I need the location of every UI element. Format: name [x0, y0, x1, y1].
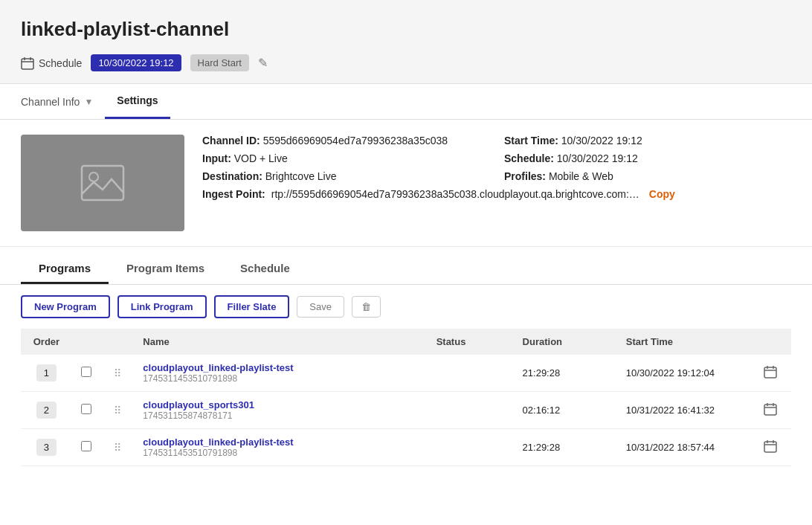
- schedule-date-badge[interactable]: 10/30/2022 19:12: [91, 54, 181, 71]
- save-button[interactable]: Save: [297, 296, 344, 318]
- trash-icon: 🗑: [361, 301, 371, 312]
- col-name: Name: [134, 329, 427, 355]
- duration-cell-1: 02:16:12: [514, 392, 617, 429]
- profiles-label: Profiles:: [504, 170, 546, 182]
- order-cell-2: 3: [21, 429, 72, 466]
- start-time-cell-2: 10/31/2022 18:57:44: [617, 429, 755, 466]
- table-header-row: Order Name Status Duration Start Time: [21, 329, 791, 355]
- calendar-action-icon-1[interactable]: [764, 405, 777, 418]
- drag-handle-cell-2[interactable]: ⠿: [105, 429, 134, 466]
- detail-input: Input: VOD + Live: [202, 152, 489, 164]
- tab-program-items[interactable]: Program Items: [109, 254, 222, 284]
- svg-rect-10: [764, 405, 776, 415]
- drag-handle-cell-0[interactable]: ⠿: [105, 355, 134, 392]
- channel-info-section: Channel ID: 5595d66969054ed7a79936238a35…: [0, 120, 812, 247]
- delete-button[interactable]: 🗑: [352, 296, 381, 318]
- svg-rect-0: [22, 59, 33, 69]
- drag-handle-0[interactable]: ⠿: [114, 367, 121, 379]
- channel-id-label: Channel ID:: [202, 135, 260, 146]
- program-id-2: 1745311453510791898: [143, 448, 418, 458]
- col-status: Status: [428, 329, 514, 355]
- action-cell-0[interactable]: [755, 355, 791, 392]
- svg-point-5: [89, 173, 98, 181]
- name-cell-1: cloudplayout_sports301 17453115587487817…: [134, 392, 427, 429]
- program-name-0[interactable]: cloudplayout_linked-playlist-test: [143, 362, 418, 373]
- new-program-button[interactable]: New Program: [21, 295, 110, 318]
- filler-slate-button[interactable]: Filler Slate: [214, 295, 290, 318]
- ingest-point-value: rtp://5595d66969054ed7a79936238a35c038.c…: [271, 188, 643, 200]
- col-duration: Duration: [514, 329, 617, 355]
- status-cell-1: [428, 392, 514, 429]
- order-badge-2: 3: [36, 439, 57, 456]
- input-label: Input:: [202, 152, 231, 164]
- chevron-down-icon: ▼: [84, 97, 93, 107]
- detail-schedule: Schedule: 10/30/2022 19:12: [504, 152, 791, 164]
- col-drag: [105, 329, 134, 355]
- profiles-value: Mobile & Web: [549, 170, 613, 182]
- tab-settings[interactable]: Settings: [105, 84, 170, 119]
- tab-channel-info[interactable]: Channel Info ▼: [21, 86, 105, 118]
- checkbox-cell-2[interactable]: [72, 429, 105, 466]
- table-body: 1 ⠿ cloudplayout_linked-playlist-test 17…: [21, 355, 791, 466]
- col-checkbox: [72, 329, 105, 355]
- channel-thumbnail: [21, 135, 184, 231]
- start-time-cell-1: 10/31/2022 16:41:32: [617, 392, 755, 429]
- row-checkbox-2[interactable]: [81, 441, 91, 451]
- svg-rect-4: [82, 166, 123, 200]
- tab-programs[interactable]: Programs: [21, 254, 109, 284]
- duration-cell-0: 21:29:28: [514, 355, 617, 392]
- top-tabs: Channel Info ▼ Settings: [0, 84, 812, 120]
- input-value: VOD + Live: [234, 152, 288, 164]
- destination-value: Brightcove Live: [265, 170, 337, 182]
- calendar-action-icon-0[interactable]: [764, 368, 777, 381]
- tab-schedule[interactable]: Schedule: [222, 254, 308, 284]
- program-name-2[interactable]: cloudplayout_linked-playlist-test: [143, 437, 418, 448]
- edit-icon[interactable]: ✎: [258, 56, 268, 70]
- destination-label: Destination:: [202, 170, 262, 182]
- order-badge-1: 2: [36, 402, 57, 419]
- checkbox-cell-1[interactable]: [72, 392, 105, 429]
- detail-profiles: Profiles: Mobile & Web: [504, 170, 791, 182]
- status-cell-2: [428, 429, 514, 466]
- drag-handle-2[interactable]: ⠿: [114, 442, 121, 454]
- schedule-info-value: 10/30/2022 19:12: [557, 152, 638, 164]
- ingest-point-label: Ingest Point:: [202, 188, 265, 200]
- col-start-time: Start Time: [617, 329, 755, 355]
- header: linked-playlist-channel Schedule 10/30/2…: [0, 0, 812, 84]
- start-time-label: Start Time:: [504, 135, 558, 146]
- checkbox-cell-0[interactable]: [72, 355, 105, 392]
- drag-handle-cell-1[interactable]: ⠿: [105, 392, 134, 429]
- hard-start-badge[interactable]: Hard Start: [190, 54, 249, 71]
- detail-start-time: Start Time: 10/30/2022 19:12: [504, 135, 791, 146]
- row-checkbox-0[interactable]: [81, 367, 91, 377]
- schedule-info-label: Schedule:: [504, 152, 554, 164]
- table-row: 1 ⠿ cloudplayout_linked-playlist-test 17…: [21, 355, 791, 392]
- name-cell-2: cloudplayout_linked-playlist-test 174531…: [134, 429, 427, 466]
- programs-table: Order Name Status Duration Start Time 1 …: [21, 329, 791, 466]
- action-cell-1[interactable]: [755, 392, 791, 429]
- program-id-0: 1745311453510791898: [143, 373, 418, 384]
- copy-button[interactable]: Copy: [649, 188, 675, 200]
- page: linked-playlist-channel Schedule 10/30/2…: [0, 0, 812, 525]
- row-checkbox-1[interactable]: [81, 404, 91, 414]
- calendar-action-icon-2[interactable]: [764, 442, 777, 455]
- schedule-label: Schedule: [39, 57, 82, 69]
- table-container: Order Name Status Duration Start Time 1 …: [0, 329, 812, 466]
- table-row: 2 ⠿ cloudplayout_sports301 1745311558748…: [21, 392, 791, 429]
- order-cell-1: 2: [21, 392, 72, 429]
- detail-channel-id: Channel ID: 5595d66969054ed7a79936238a35…: [202, 135, 489, 146]
- col-actions: [755, 329, 791, 355]
- action-cell-2[interactable]: [755, 429, 791, 466]
- page-title: linked-playlist-channel: [21, 18, 791, 41]
- order-cell-0: 1: [21, 355, 72, 392]
- status-cell-0: [428, 355, 514, 392]
- svg-rect-14: [764, 442, 776, 452]
- link-program-button[interactable]: Link Program: [117, 295, 207, 318]
- schedule-bar: Schedule 10/30/2022 19:12 Hard Start ✎: [21, 54, 791, 71]
- start-time-cell-0: 10/30/2022 19:12:04: [617, 355, 755, 392]
- detail-destination: Destination: Brightcove Live: [202, 170, 489, 182]
- drag-handle-1[interactable]: ⠿: [114, 405, 121, 416]
- program-name-1[interactable]: cloudplayout_sports301: [143, 399, 418, 410]
- col-order: Order: [21, 329, 72, 355]
- program-id-1: 174531155874878171: [143, 410, 418, 421]
